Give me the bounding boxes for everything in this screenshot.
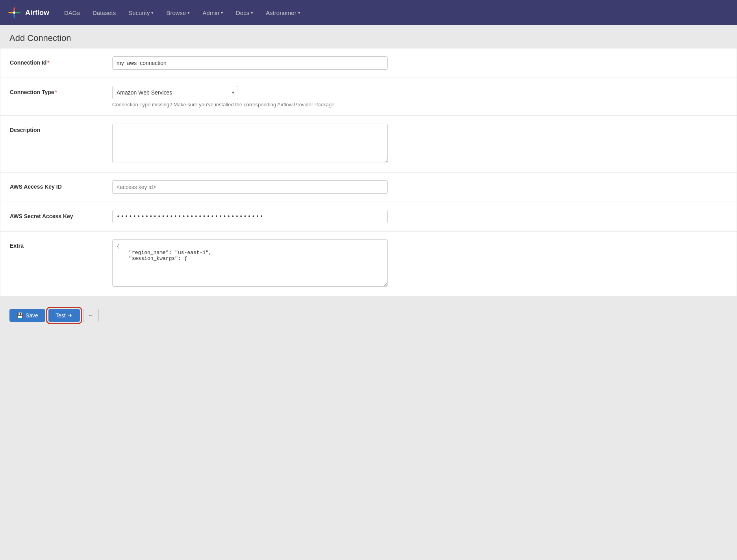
connection-id-input[interactable] — [112, 56, 388, 70]
nav-admin[interactable]: Admin ▾ — [197, 6, 229, 19]
brand-logo[interactable]: Airflow — [6, 5, 49, 20]
save-icon: 💾 — [17, 312, 23, 319]
browse-chevron: ▾ — [187, 10, 190, 15]
extra-row: Extra { "region_name": "us-east-1", "ses… — [0, 232, 737, 296]
aws-access-key-id-wrap — [112, 180, 727, 194]
connection-id-wrap — [112, 56, 727, 70]
test-icon: ✈ — [68, 312, 73, 319]
nav-datasets[interactable]: Datasets — [87, 6, 121, 19]
nav-links: DAGs Datasets Security ▾ Browse ▾ Admin … — [59, 6, 306, 19]
nav-browse[interactable]: Browse ▾ — [161, 6, 195, 19]
connection-type-select[interactable]: Amazon Web Services — [112, 86, 238, 99]
extra-textarea[interactable]: { "region_name": "us-east-1", "session_k… — [112, 239, 388, 287]
aws-access-key-id-input[interactable] — [112, 180, 388, 194]
nav-astronomer[interactable]: Astronomer ▾ — [260, 6, 306, 19]
svg-point-0 — [13, 11, 15, 14]
aws-secret-access-key-wrap — [112, 210, 727, 223]
save-label: Save — [26, 312, 38, 319]
nav-dags[interactable]: DAGs — [59, 6, 85, 19]
description-row: Description — [0, 116, 737, 172]
docs-chevron: ▾ — [251, 10, 253, 15]
page-header: Add Connection — [0, 25, 737, 48]
nav-security[interactable]: Security ▾ — [123, 6, 159, 19]
description-textarea[interactable] — [112, 124, 388, 163]
required-marker: * — [47, 59, 49, 66]
description-wrap — [112, 124, 727, 164]
connection-type-hint: Connection Type missing? Make sure you'v… — [112, 102, 727, 108]
page-title: Add Connection — [9, 33, 728, 43]
nav-docs[interactable]: Docs ▾ — [230, 6, 259, 19]
connection-id-label: Connection Id* — [10, 56, 112, 66]
astronomer-chevron: ▾ — [298, 10, 300, 15]
connection-type-wrap: Amazon Web Services ▾ Connection Type mi… — [112, 86, 727, 108]
extra-label: Extra — [10, 239, 112, 249]
connection-id-row: Connection Id* — [0, 48, 737, 78]
navbar: Airflow DAGs Datasets Security ▾ Browse … — [0, 0, 737, 25]
connection-type-label: Connection Type* — [10, 86, 112, 95]
page-wrapper: Add Connection Connection Id* Connection… — [0, 25, 737, 328]
add-connection-form: Connection Id* Connection Type* Amazon W… — [0, 48, 737, 296]
aws-secret-access-key-label: AWS Secret Access Key — [10, 210, 112, 219]
test-label: Test — [56, 312, 66, 319]
admin-chevron: ▾ — [221, 10, 223, 15]
back-label: ← — [88, 312, 94, 319]
required-marker2: * — [55, 89, 57, 95]
form-footer: 💾 Save Test ✈ ← — [0, 302, 737, 328]
connection-type-select-wrap: Amazon Web Services ▾ — [112, 86, 238, 99]
brand-name: Airflow — [25, 9, 49, 17]
aws-access-key-id-row: AWS Access Key ID — [0, 172, 737, 202]
description-label: Description — [10, 124, 112, 133]
aws-access-key-id-label: AWS Access Key ID — [10, 180, 112, 190]
extra-wrap: { "region_name": "us-east-1", "session_k… — [112, 239, 727, 288]
aws-secret-access-key-input[interactable] — [112, 210, 388, 223]
connection-type-row: Connection Type* Amazon Web Services ▾ C… — [0, 78, 737, 116]
back-button[interactable]: ← — [83, 309, 99, 322]
test-button[interactable]: Test ✈ — [48, 309, 80, 322]
aws-secret-access-key-row: AWS Secret Access Key — [0, 202, 737, 232]
save-button[interactable]: 💾 Save — [9, 309, 45, 322]
security-chevron: ▾ — [151, 10, 154, 15]
